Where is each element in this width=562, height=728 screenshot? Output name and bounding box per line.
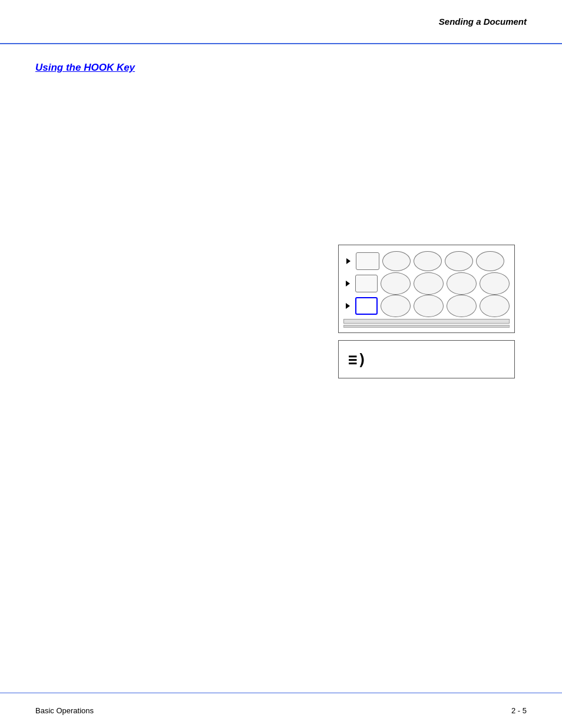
footer-left-text: Basic Operations <box>35 706 94 715</box>
footer-section: Basic Operations 2 - 5 <box>0 693 562 728</box>
header-title: Sending a Document <box>439 17 527 27</box>
arrow-icon-3 <box>346 303 350 309</box>
key-oval-1c <box>445 251 473 271</box>
key-rect-1 <box>356 252 379 270</box>
footer-right-text: 2 - 5 <box>511 706 527 715</box>
key-oval-1b <box>414 251 442 271</box>
keypad-row-2 <box>343 272 510 295</box>
key-oval-3c <box>447 295 477 317</box>
key-oval-3a <box>381 295 411 317</box>
key-oval-2c <box>447 272 477 295</box>
main-content: Using the HOOK Key <box>35 44 527 681</box>
key-rect-2 <box>355 275 378 292</box>
key-oval-2a <box>381 272 411 295</box>
diagram-area: ≡) <box>338 245 527 378</box>
key-oval-3d <box>480 295 510 317</box>
key-oval-2b <box>414 272 444 295</box>
key-rect-3-highlighted <box>355 297 378 315</box>
bottom-bar-1 <box>343 319 510 324</box>
display-box: ≡) <box>338 340 515 378</box>
keypad-row-1 <box>343 250 510 272</box>
key-oval-2d <box>480 272 510 295</box>
arrow-icon-1 <box>346 258 351 264</box>
indicator-2 <box>343 281 352 286</box>
bottom-bar-2 <box>343 325 510 328</box>
arrow-icon-2 <box>346 281 350 286</box>
header-section: Sending a Document <box>0 0 562 44</box>
display-symbol: ≡) <box>348 351 366 368</box>
key-oval-1a <box>382 251 411 271</box>
key-oval-1d <box>476 251 504 271</box>
indicator-3 <box>343 303 352 309</box>
page-container: Sending a Document Using the HOOK Key <box>0 0 562 728</box>
keypad-diagram <box>338 245 515 333</box>
indicator-1 <box>343 258 353 264</box>
key-oval-3b <box>414 295 444 317</box>
keypad-row-3 <box>343 295 510 317</box>
section-heading: Using the HOOK Key <box>35 62 135 74</box>
